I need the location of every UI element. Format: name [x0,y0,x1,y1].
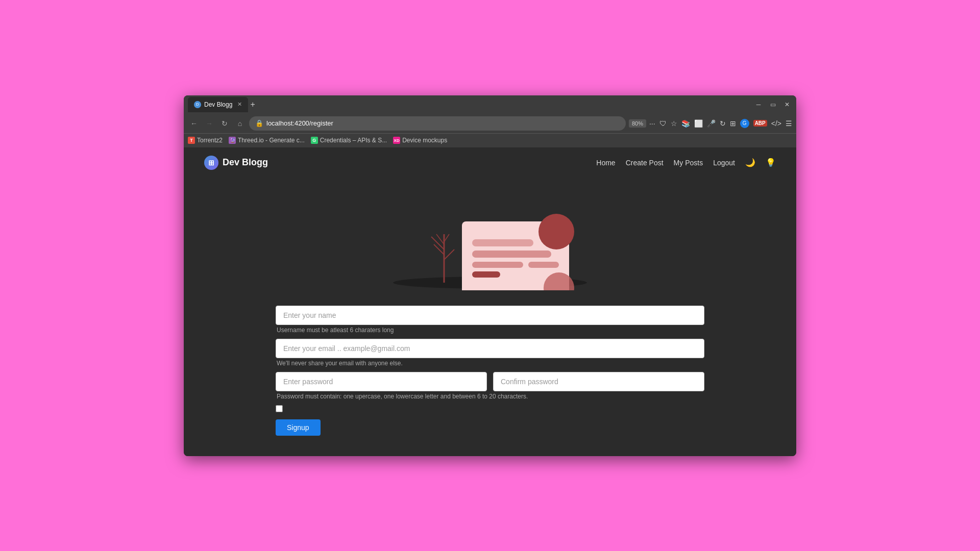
zoom-level: 80% [629,119,646,128]
signup-button[interactable]: Signup [276,419,321,436]
nav-create-post[interactable]: Create Post [626,159,664,167]
toolbar-icons: ··· 🛡 ☆ 📚 ⬜ 🎤 ↻ ⊞ G ABP </> ☰ [649,119,792,128]
name-input[interactable] [276,306,704,325]
svg-rect-18 [472,271,500,278]
bookmark-device-mockups[interactable]: XD Device mockups [393,137,447,144]
bookmarks-bar: T Torrentz2 🔮 Threed.io - Generate c... … [184,133,796,147]
refresh-button[interactable]: ↻ [218,117,231,130]
bookmark-icon[interactable]: ☆ [671,119,677,128]
svg-rect-15 [472,251,551,258]
credentials-label: Credentials – APIs & S... [320,137,387,144]
svg-point-12 [538,214,574,249]
email-hint: We'll never share your email with anyone… [276,360,704,367]
url-bar[interactable]: 🔒 localhost:4200/register [249,116,626,131]
registration-form-section: Username must be atleast 6 charaters lon… [184,306,796,456]
mic-icon[interactable]: 🎤 [707,119,716,128]
hero-section [184,178,796,306]
torrentz2-icon: T [188,137,195,144]
checkbox-row [276,405,704,412]
password-hint: Password must contain: one upercase, one… [276,393,704,400]
password-row [276,372,704,391]
home-button[interactable]: ⌂ [234,117,246,130]
svg-rect-14 [472,239,533,246]
name-hint: Username must be atleast 6 charaters lon… [276,327,704,334]
tab-bar: D Dev Blogg ✕ + [188,97,749,112]
email-input[interactable] [276,339,704,358]
extensions-icon[interactable]: ⊞ [730,119,736,128]
svg-rect-16 [472,262,523,268]
torrentz2-label: Torrentz2 [197,137,223,144]
new-tab-button[interactable]: + [250,100,255,109]
form-inner: Username must be atleast 6 charaters lon… [276,306,704,436]
more-options-icon[interactable]: ··· [649,119,655,128]
threed-icon: 🔮 [229,137,236,144]
profile-icon[interactable]: G [740,119,749,128]
bookmark-threed[interactable]: 🔮 Threed.io - Generate c... [229,137,305,144]
bookmark-credentials[interactable]: G Credentials – APIs & S... [311,137,387,144]
light-mode-toggle[interactable]: 💡 [766,158,776,167]
back-button[interactable]: ← [188,117,200,130]
pocket-icon[interactable]: 🛡 [659,119,667,128]
title-bar: D Dev Blogg ✕ + ─ ▭ ✕ [184,95,796,114]
url-text: localhost:4200/register [266,119,620,127]
password-input[interactable] [276,372,487,391]
menu-icon[interactable]: ☰ [786,119,792,128]
app-navbar: ⊞ Dev Blogg Home Create Post My Posts Lo… [184,147,796,178]
dark-mode-toggle[interactable]: 🌙 [745,158,755,167]
terms-checkbox[interactable] [276,405,283,412]
svg-line-3 [434,244,444,255]
nav-my-posts[interactable]: My Posts [674,159,703,167]
threed-label: Threed.io - Generate c... [238,137,305,144]
window-controls: ─ ▭ ✕ [753,99,792,110]
svg-rect-17 [528,262,559,268]
security-icon: 🔒 [255,119,263,127]
app-nav-links: Home Create Post My Posts Logout 🌙 💡 [596,158,776,167]
app-logo: ⊞ Dev Blogg [204,156,268,170]
browser-window: D Dev Blogg ✕ + ─ ▭ ✕ ← → ↻ ⌂ 🔒 localhos… [184,95,796,456]
name-form-group: Username must be atleast 6 charaters lon… [276,306,704,334]
hero-illustration [383,188,597,290]
bookmark-torrentz2[interactable]: T Torrentz2 [188,137,223,144]
close-button[interactable]: ✕ [782,99,792,110]
devtools-icon[interactable]: </> [771,119,781,128]
forward-button[interactable]: → [203,117,215,130]
minimize-button[interactable]: ─ [753,99,764,110]
tab-favicon: D [194,101,201,108]
app-name: Dev Blogg [223,157,268,168]
sync-icon[interactable]: ↻ [720,119,726,128]
maximize-button[interactable]: ▭ [768,99,778,110]
svg-line-4 [444,249,454,260]
tab-title: Dev Blogg [204,101,232,108]
address-bar: ← → ↻ ⌂ 🔒 localhost:4200/register 80% ··… [184,114,796,133]
adblock-icon[interactable]: ABP [753,120,767,127]
tab-close-button[interactable]: ✕ [237,101,242,108]
confirm-password-input[interactable] [493,372,704,391]
active-tab[interactable]: D Dev Blogg ✕ [188,97,248,112]
logo-icon: ⊞ [204,156,218,170]
page-content: ⊞ Dev Blogg Home Create Post My Posts Lo… [184,147,796,456]
nav-logout[interactable]: Logout [713,159,735,167]
email-form-group: We'll never share your email with anyone… [276,339,704,367]
device-mockups-label: Device mockups [402,137,447,144]
password-form-group: Password must contain: one upercase, one… [276,372,704,400]
sidebar-icon[interactable]: ⬜ [694,119,703,128]
library-icon[interactable]: 📚 [681,119,690,128]
device-mockups-icon: XD [393,137,400,144]
credentials-icon: G [311,137,318,144]
nav-home[interactable]: Home [596,159,615,167]
